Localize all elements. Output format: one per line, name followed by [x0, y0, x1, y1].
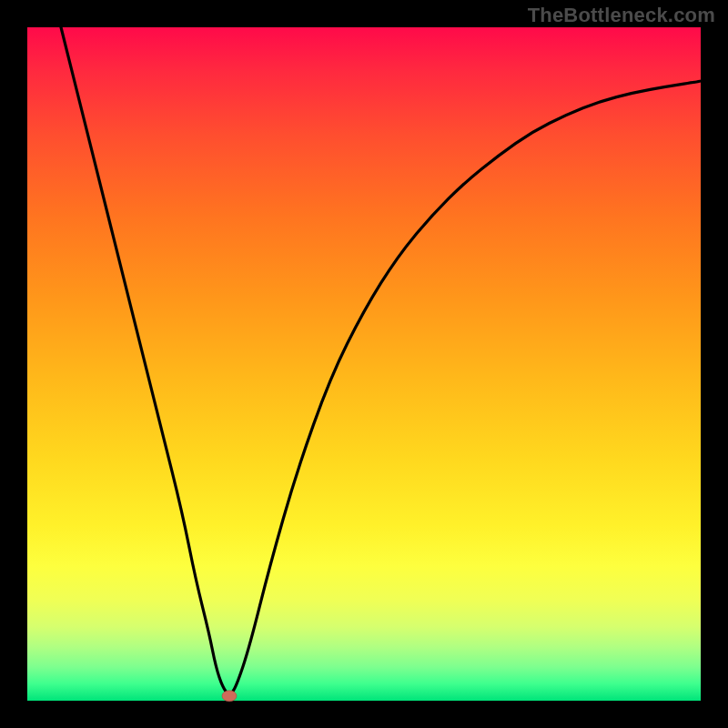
optimal-point-marker	[222, 691, 237, 702]
bottleneck-curve-svg	[27, 27, 701, 701]
chart-frame: TheBottleneck.com	[0, 0, 728, 728]
plot-gradient-background	[27, 27, 701, 701]
watermark-text: TheBottleneck.com	[528, 4, 715, 27]
bottleneck-curve-path	[61, 27, 701, 693]
